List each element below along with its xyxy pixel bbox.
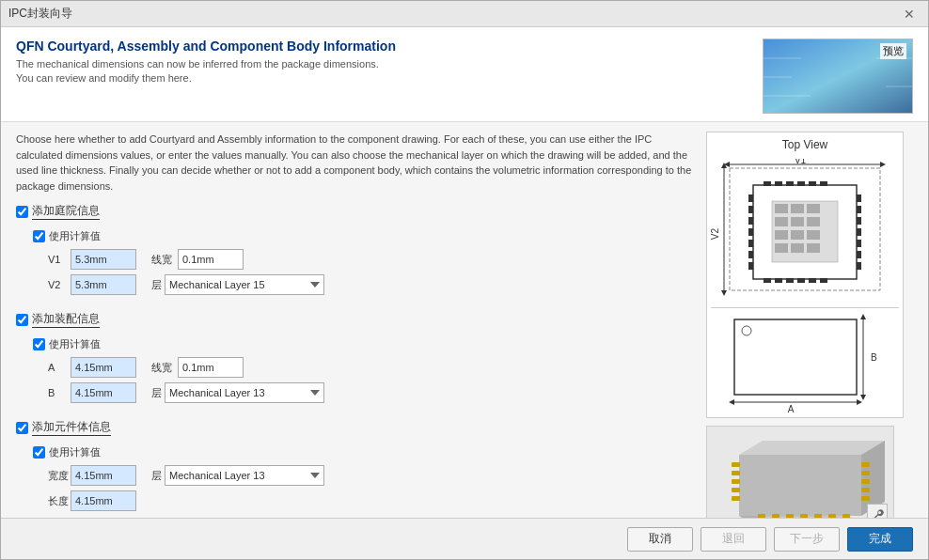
svg-rect-34	[748, 262, 753, 270]
finish-button[interactable]: 完成	[847, 527, 913, 552]
body-layer-label: 层	[151, 469, 165, 483]
svg-rect-50	[791, 230, 804, 240]
svg-rect-38	[857, 228, 861, 236]
close-button[interactable]: ✕	[898, 5, 921, 23]
assembly-linewidth-label: 线宽	[151, 361, 178, 375]
svg-rect-23	[775, 278, 782, 283]
svg-rect-55	[734, 319, 857, 395]
svg-rect-39	[857, 240, 861, 247]
svg-rect-26	[809, 278, 816, 283]
description-text: Choose here whether to add Courtyard and…	[16, 132, 697, 194]
svg-rect-22	[764, 278, 771, 283]
svg-rect-25	[797, 278, 805, 283]
svg-rect-45	[807, 204, 820, 213]
top-view-svg: V1 V2	[711, 159, 899, 307]
body-length-input[interactable]	[71, 490, 136, 511]
courtyard-header: 添加庭院信息	[16, 203, 697, 220]
svg-rect-83	[786, 514, 794, 518]
svg-rect-86	[828, 514, 836, 518]
svg-rect-76	[861, 462, 870, 467]
assembly-b-input[interactable]	[71, 382, 136, 403]
assembly-calc-checkbox[interactable]	[33, 338, 45, 350]
body-subsection: 使用计算值 宽度 层 Mechanical Layer 13 Mechanica…	[33, 442, 697, 518]
svg-rect-52	[775, 243, 788, 253]
main-window: IPC封装向导 ✕ QFN Courtyard, Assembly and Co…	[0, 0, 929, 560]
courtyard-layer-label: 层	[151, 278, 165, 292]
svg-marker-9	[880, 162, 886, 167]
assembly-layer-select[interactable]: Mechanical Layer 13 Mechanical Layer 15 …	[165, 382, 324, 403]
courtyard-v2-input[interactable]	[71, 274, 136, 295]
svg-rect-78	[861, 479, 870, 484]
assembly-layer-label: 层	[151, 386, 165, 400]
footer-bar: 取消 退回 下一步 完成	[1, 518, 928, 559]
assembly-checkbox[interactable]	[16, 314, 28, 326]
courtyard-linewidth-input[interactable]	[178, 249, 244, 270]
chip-3d-svg	[711, 427, 890, 518]
body-width-input[interactable]	[71, 465, 136, 486]
bottom-diagram-container: B A	[711, 307, 899, 413]
svg-rect-32	[748, 240, 753, 247]
body-layer-select[interactable]: Mechanical Layer 13 Mechanical Layer 15 …	[165, 465, 324, 486]
courtyard-checkbox[interactable]	[16, 206, 28, 218]
svg-rect-82	[772, 514, 779, 518]
header-subtitle: The mechanical dimensions can now be inf…	[16, 57, 751, 86]
svg-marker-62	[729, 399, 734, 405]
subtitle-line2: You can review and modify them here.	[16, 72, 192, 84]
assembly-a-label: A	[48, 362, 71, 373]
body-checkbox[interactable]	[16, 422, 28, 434]
assembly-section: 添加装配信息 使用计算值 A 线宽	[16, 311, 697, 412]
cancel-button[interactable]: 取消	[627, 527, 693, 552]
courtyard-calc-checkbox[interactable]	[33, 230, 45, 242]
settings-button[interactable]	[867, 504, 888, 518]
header-section: QFN Courtyard, Assembly and Component Bo…	[1, 27, 928, 122]
svg-marker-68	[739, 441, 885, 455]
svg-rect-74	[732, 488, 740, 492]
svg-rect-40	[857, 251, 861, 258]
back-button[interactable]: 退回	[701, 527, 766, 552]
courtyard-v1-label: V1	[48, 254, 71, 265]
courtyard-v1-input[interactable]	[71, 249, 136, 270]
assembly-linewidth-input[interactable]	[178, 357, 244, 378]
svg-rect-75	[732, 496, 740, 501]
courtyard-section: 添加庭院信息 使用计算值 V1 线宽	[16, 203, 697, 303]
svg-rect-31	[748, 228, 753, 236]
svg-rect-51	[807, 230, 820, 240]
header-chip-svg	[764, 39, 913, 114]
body-header: 添加元件体信息	[16, 419, 697, 436]
window-title: IPC封装向导	[8, 6, 72, 22]
page-title: QFN Courtyard, Assembly and Component Bo…	[16, 39, 751, 54]
content-area: QFN Courtyard, Assembly and Component Bo…	[1, 27, 928, 559]
svg-text:V1: V1	[795, 159, 807, 165]
right-panels: Top View V1	[706, 132, 913, 508]
assembly-header: 添加装配信息	[16, 311, 697, 328]
assembly-a-input[interactable]	[71, 357, 136, 378]
svg-rect-44	[791, 204, 804, 213]
wrench-icon	[871, 507, 884, 518]
courtyard-label: 添加庭院信息	[32, 203, 100, 220]
assembly-calc-header: 使用计算值	[33, 337, 697, 351]
svg-marker-63	[857, 399, 862, 405]
svg-rect-77	[861, 471, 870, 475]
svg-rect-24	[786, 278, 794, 283]
courtyard-layer-select[interactable]: Mechanical Layer 15 Mechanical Layer 13 …	[165, 274, 324, 295]
svg-rect-21	[820, 181, 827, 186]
svg-rect-81	[758, 514, 765, 518]
body-width-row: 宽度 层 Mechanical Layer 13 Mechanical Laye…	[48, 465, 697, 486]
svg-rect-30	[748, 217, 753, 225]
assembly-b-label: B	[48, 387, 71, 398]
courtyard-calc-label: 使用计算值	[49, 229, 101, 243]
body-calc-label: 使用计算值	[49, 445, 101, 459]
body-calc-header: 使用计算值	[33, 445, 697, 459]
svg-rect-47	[791, 217, 804, 226]
left-panel: Choose here whether to add Courtyard and…	[16, 132, 697, 508]
next-button[interactable]: 下一步	[774, 527, 840, 552]
body-calc-checkbox[interactable]	[33, 446, 45, 459]
svg-marker-59	[860, 395, 866, 400]
assembly-a-row: A 线宽	[48, 357, 697, 378]
diagram-title: Top View	[707, 132, 903, 155]
svg-rect-17	[775, 181, 782, 186]
courtyard-v2-label: V2	[48, 279, 71, 290]
svg-rect-18	[786, 181, 794, 186]
svg-rect-71	[732, 462, 740, 467]
svg-rect-19	[797, 181, 805, 186]
